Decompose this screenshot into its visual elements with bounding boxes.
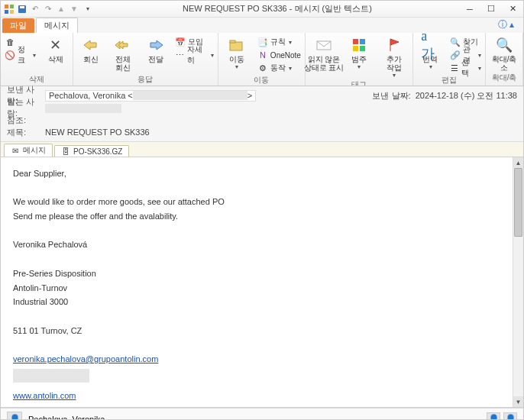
body-line: We would like to order more goods, see o… bbox=[13, 195, 500, 209]
body-line: Dear Supplier, bbox=[13, 166, 500, 181]
body-line: Industrial 3000 bbox=[13, 295, 500, 309]
svg-rect-11 bbox=[353, 46, 358, 51]
message-body[interactable]: Dear Supplier, We would like to order mo… bbox=[1, 157, 513, 407]
actions-button[interactable]: ⚙동작 bbox=[256, 62, 302, 74]
undo-icon[interactable]: ↶ bbox=[30, 4, 40, 15]
svg-rect-3 bbox=[10, 10, 14, 14]
redo-icon[interactable]: ↷ bbox=[43, 4, 53, 15]
unread-button[interactable]: 읽지 않은 상태로 표시 bbox=[308, 34, 340, 72]
next-icon[interactable]: ▼ bbox=[69, 4, 79, 15]
svg-rect-2 bbox=[5, 10, 8, 14]
toggle-avatar-1[interactable]: 👤 bbox=[487, 412, 500, 421]
translate-icon: a가 bbox=[421, 36, 439, 54]
sender-website-link[interactable]: www.antolin.com bbox=[13, 391, 76, 400]
svg-rect-10 bbox=[360, 39, 365, 44]
svg-rect-6 bbox=[230, 42, 242, 50]
reply-button[interactable]: 회신 bbox=[76, 34, 105, 63]
categorize-icon bbox=[350, 36, 368, 54]
ribbon-group-tags: 읽지 않은 상태로 표시 범주 추가 작업 태그 bbox=[306, 33, 413, 86]
close-button[interactable]: ✕ bbox=[502, 2, 523, 17]
attachment-bar: ✉ 메시지 🗄 PO-SK336.GZ bbox=[1, 142, 523, 157]
quick-access-toolbar: ↶ ↷ ▲ ▼ bbox=[1, 4, 95, 15]
cc-label: 참조: bbox=[7, 115, 45, 126]
onenote-icon: N bbox=[257, 50, 268, 60]
onenote-button[interactable]: NOneNote bbox=[256, 49, 302, 61]
ribbon: 🗑 🚫정크 ✕ 삭제 삭제 회신 전체 회신 전달 bbox=[1, 33, 523, 86]
move-button[interactable]: 이동 bbox=[221, 34, 253, 70]
ribbon-group-respond: 회신 전체 회신 전달 📅모임 ⋯자세히 응답 bbox=[73, 33, 218, 86]
select-icon: ☰ bbox=[450, 63, 459, 73]
rules-button[interactable]: 📑규칙 bbox=[256, 36, 302, 48]
contact-name: Pechalova, Veronika bbox=[28, 415, 105, 421]
zoom-button[interactable]: 🔍 확대/축소 bbox=[488, 34, 520, 72]
unread-icon bbox=[315, 36, 333, 54]
find-icon: 🔍 bbox=[450, 37, 461, 47]
ribbon-tabs: 파일 메시지 ⓘ ▴ bbox=[1, 18, 523, 33]
archive-icon: 🗄 bbox=[61, 147, 70, 156]
app-icon bbox=[4, 4, 15, 15]
tab-file[interactable]: 파일 bbox=[2, 18, 34, 33]
redacted-block bbox=[13, 369, 89, 383]
window-controls: ─ ☐ ✕ bbox=[459, 2, 523, 17]
reply-all-button[interactable]: 전체 회신 bbox=[108, 34, 138, 72]
to-value bbox=[45, 102, 517, 112]
zoom-icon: 🔍 bbox=[495, 36, 513, 54]
prev-icon[interactable]: ▲ bbox=[56, 4, 66, 15]
more-button[interactable]: ⋯자세히 bbox=[173, 49, 215, 61]
forward-button[interactable]: 전달 bbox=[141, 34, 171, 63]
scroll-down-button[interactable]: ▼ bbox=[513, 396, 523, 407]
more-icon: ⋯ bbox=[175, 50, 185, 60]
translate-button[interactable]: a가 번역 bbox=[416, 34, 445, 70]
scroll-up-button[interactable]: ▲ bbox=[513, 157, 523, 168]
ribbon-group-zoom: 🔍 확대/축소 확대/축소 bbox=[486, 33, 523, 86]
svg-rect-1 bbox=[10, 5, 14, 8]
svg-rect-12 bbox=[360, 46, 365, 51]
meeting-icon: 📅 bbox=[175, 37, 186, 47]
body-line: Send me please the offer and the avalabi… bbox=[13, 209, 500, 224]
body-line: 511 01 Turnov, CZ bbox=[13, 324, 500, 338]
related-icon: 🔗 bbox=[450, 50, 461, 60]
ribbon-group-move: 이동 📑규칙 NOneNote ⚙동작 이동 bbox=[218, 33, 306, 86]
svg-rect-5 bbox=[20, 6, 24, 8]
tab-message[interactable]: 메시지 bbox=[36, 18, 78, 33]
svg-rect-0 bbox=[5, 5, 8, 8]
ignore-icon: 🗑 bbox=[5, 37, 15, 47]
ribbon-group-delete: 🗑 🚫정크 ✕ 삭제 삭제 bbox=[1, 33, 73, 86]
titlebar: ↶ ↷ ▲ ▼ NEW REQUEST PO SK336 - 메시지 (일반 텍… bbox=[1, 1, 523, 18]
toggle-avatar-2[interactable]: 👤 bbox=[503, 412, 517, 421]
message-tab[interactable]: ✉ 메시지 bbox=[4, 144, 53, 157]
window-title: NEW REQUEST PO SK336 - 메시지 (일반 텍스트) bbox=[95, 3, 459, 15]
svg-rect-7 bbox=[230, 40, 235, 43]
followup-button[interactable]: 추가 작업 bbox=[378, 34, 410, 79]
message-body-area: Dear Supplier, We would like to order mo… bbox=[1, 157, 523, 408]
flag-icon bbox=[385, 36, 403, 54]
delete-button[interactable]: ✕ 삭제 bbox=[40, 34, 70, 63]
attachment-file[interactable]: 🗄 PO-SK336.GZ bbox=[54, 145, 129, 157]
actions-icon: ⚙ bbox=[257, 63, 268, 73]
contact-avatar[interactable]: 👤 bbox=[7, 412, 22, 421]
categorize-button[interactable]: 범주 bbox=[343, 34, 375, 70]
scroll-track[interactable] bbox=[513, 168, 523, 396]
from-value: Pechalova, Veronika <> bbox=[45, 90, 372, 102]
select-button[interactable]: ☰선택 bbox=[448, 62, 483, 74]
sent-date: 보낸 날짜: 2024-12-18 (수) 오전 11:38 bbox=[372, 90, 517, 102]
junk-icon: 🚫 bbox=[5, 50, 15, 60]
help-icon[interactable]: ⓘ ▴ bbox=[493, 17, 519, 33]
reply-all-icon bbox=[114, 36, 132, 54]
save-icon[interactable] bbox=[17, 4, 27, 15]
people-pane: 👤 Pechalova, Veronika 👤 👤 bbox=[1, 408, 523, 420]
junk-button[interactable]: 🚫정크 bbox=[3, 49, 37, 61]
qat-customize-icon[interactable] bbox=[82, 4, 92, 15]
ribbon-group-editing: a가 번역 🔍찾기 🔗관련 ☰선택 편집 bbox=[413, 33, 486, 86]
body-line: Antolin-Turnov bbox=[13, 281, 500, 296]
svg-rect-9 bbox=[353, 39, 358, 44]
vertical-scrollbar[interactable]: ▲ ▼ bbox=[513, 157, 523, 407]
minimize-button[interactable]: ─ bbox=[459, 2, 480, 17]
message-header: 보낸 사람: Pechalova, Veronika <> 보낸 날짜: 202… bbox=[1, 86, 523, 142]
body-line: Pre-Series Disposition bbox=[13, 267, 500, 281]
sender-email-link[interactable]: veronika.pechalova@grupoantolin.com bbox=[13, 354, 158, 363]
reply-icon bbox=[82, 36, 100, 54]
message-icon: ✉ bbox=[11, 146, 20, 155]
scroll-thumb[interactable] bbox=[514, 168, 522, 237]
maximize-button[interactable]: ☐ bbox=[480, 2, 502, 17]
